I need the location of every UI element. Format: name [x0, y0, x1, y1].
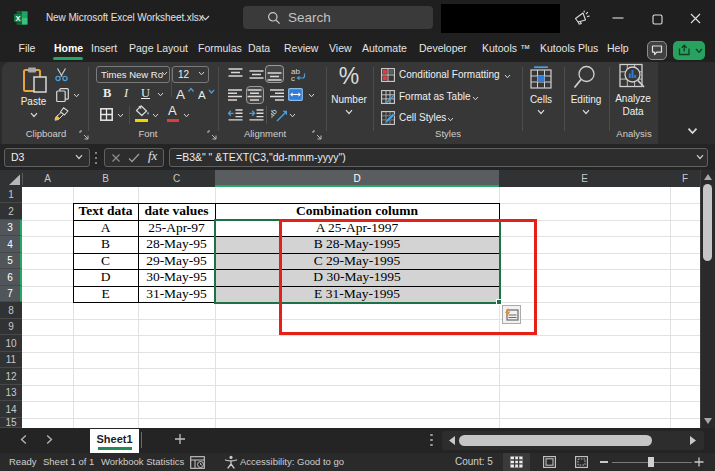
svg-text:X: X	[15, 14, 20, 23]
svg-text:ab: ab	[271, 107, 279, 120]
svg-text:A: A	[198, 89, 206, 101]
svg-text:A: A	[176, 87, 185, 101]
svg-text:c: c	[291, 74, 295, 82]
